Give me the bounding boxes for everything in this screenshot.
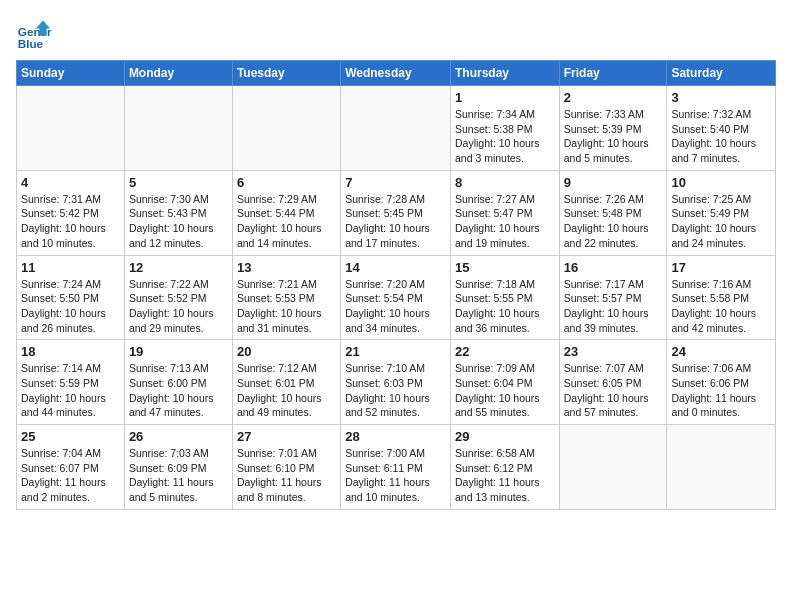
- calendar-cell: 22Sunrise: 7:09 AM Sunset: 6:04 PM Dayli…: [450, 340, 559, 425]
- calendar-cell: 13Sunrise: 7:21 AM Sunset: 5:53 PM Dayli…: [232, 255, 340, 340]
- day-info: Sunrise: 7:09 AM Sunset: 6:04 PM Dayligh…: [455, 361, 555, 420]
- calendar-cell: 25Sunrise: 7:04 AM Sunset: 6:07 PM Dayli…: [17, 425, 125, 510]
- day-info: Sunrise: 7:13 AM Sunset: 6:00 PM Dayligh…: [129, 361, 228, 420]
- day-number: 26: [129, 429, 228, 444]
- day-number: 13: [237, 260, 336, 275]
- weekday-header-thursday: Thursday: [450, 61, 559, 86]
- day-info: Sunrise: 7:21 AM Sunset: 5:53 PM Dayligh…: [237, 277, 336, 336]
- day-info: Sunrise: 7:04 AM Sunset: 6:07 PM Dayligh…: [21, 446, 120, 505]
- day-info: Sunrise: 7:26 AM Sunset: 5:48 PM Dayligh…: [564, 192, 663, 251]
- calendar-week-5: 25Sunrise: 7:04 AM Sunset: 6:07 PM Dayli…: [17, 425, 776, 510]
- calendar-cell: 7Sunrise: 7:28 AM Sunset: 5:45 PM Daylig…: [341, 170, 451, 255]
- day-number: 11: [21, 260, 120, 275]
- calendar-cell: [232, 86, 340, 171]
- calendar-week-3: 11Sunrise: 7:24 AM Sunset: 5:50 PM Dayli…: [17, 255, 776, 340]
- day-info: Sunrise: 7:03 AM Sunset: 6:09 PM Dayligh…: [129, 446, 228, 505]
- day-number: 22: [455, 344, 555, 359]
- day-number: 1: [455, 90, 555, 105]
- day-number: 21: [345, 344, 446, 359]
- day-info: Sunrise: 7:24 AM Sunset: 5:50 PM Dayligh…: [21, 277, 120, 336]
- calendar-cell: 15Sunrise: 7:18 AM Sunset: 5:55 PM Dayli…: [450, 255, 559, 340]
- calendar-cell: 14Sunrise: 7:20 AM Sunset: 5:54 PM Dayli…: [341, 255, 451, 340]
- day-number: 5: [129, 175, 228, 190]
- svg-text:Blue: Blue: [18, 37, 44, 50]
- day-info: Sunrise: 7:22 AM Sunset: 5:52 PM Dayligh…: [129, 277, 228, 336]
- day-number: 12: [129, 260, 228, 275]
- day-info: Sunrise: 7:33 AM Sunset: 5:39 PM Dayligh…: [564, 107, 663, 166]
- calendar-cell: 12Sunrise: 7:22 AM Sunset: 5:52 PM Dayli…: [124, 255, 232, 340]
- day-number: 18: [21, 344, 120, 359]
- day-number: 14: [345, 260, 446, 275]
- day-number: 15: [455, 260, 555, 275]
- day-info: Sunrise: 7:20 AM Sunset: 5:54 PM Dayligh…: [345, 277, 446, 336]
- calendar-cell: 9Sunrise: 7:26 AM Sunset: 5:48 PM Daylig…: [559, 170, 667, 255]
- day-info: Sunrise: 7:00 AM Sunset: 6:11 PM Dayligh…: [345, 446, 446, 505]
- day-info: Sunrise: 6:58 AM Sunset: 6:12 PM Dayligh…: [455, 446, 555, 505]
- calendar-cell: 2Sunrise: 7:33 AM Sunset: 5:39 PM Daylig…: [559, 86, 667, 171]
- calendar-cell: 16Sunrise: 7:17 AM Sunset: 5:57 PM Dayli…: [559, 255, 667, 340]
- calendar-cell: 19Sunrise: 7:13 AM Sunset: 6:00 PM Dayli…: [124, 340, 232, 425]
- day-info: Sunrise: 7:18 AM Sunset: 5:55 PM Dayligh…: [455, 277, 555, 336]
- weekday-header-row: SundayMondayTuesdayWednesdayThursdayFrid…: [17, 61, 776, 86]
- calendar-cell: 10Sunrise: 7:25 AM Sunset: 5:49 PM Dayli…: [667, 170, 776, 255]
- weekday-header-tuesday: Tuesday: [232, 61, 340, 86]
- calendar-cell: 26Sunrise: 7:03 AM Sunset: 6:09 PM Dayli…: [124, 425, 232, 510]
- calendar-cell: 5Sunrise: 7:30 AM Sunset: 5:43 PM Daylig…: [124, 170, 232, 255]
- day-info: Sunrise: 7:16 AM Sunset: 5:58 PM Dayligh…: [671, 277, 771, 336]
- calendar-cell: [341, 86, 451, 171]
- calendar-cell: 20Sunrise: 7:12 AM Sunset: 6:01 PM Dayli…: [232, 340, 340, 425]
- day-info: Sunrise: 7:07 AM Sunset: 6:05 PM Dayligh…: [564, 361, 663, 420]
- calendar-cell: [124, 86, 232, 171]
- day-number: 20: [237, 344, 336, 359]
- calendar-cell: 1Sunrise: 7:34 AM Sunset: 5:38 PM Daylig…: [450, 86, 559, 171]
- weekday-header-friday: Friday: [559, 61, 667, 86]
- day-info: Sunrise: 7:01 AM Sunset: 6:10 PM Dayligh…: [237, 446, 336, 505]
- day-number: 25: [21, 429, 120, 444]
- logo: General Blue: [16, 16, 56, 52]
- day-info: Sunrise: 7:28 AM Sunset: 5:45 PM Dayligh…: [345, 192, 446, 251]
- day-number: 4: [21, 175, 120, 190]
- day-number: 8: [455, 175, 555, 190]
- weekday-header-saturday: Saturday: [667, 61, 776, 86]
- calendar-table: SundayMondayTuesdayWednesdayThursdayFrid…: [16, 60, 776, 510]
- calendar-cell: 21Sunrise: 7:10 AM Sunset: 6:03 PM Dayli…: [341, 340, 451, 425]
- weekday-header-wednesday: Wednesday: [341, 61, 451, 86]
- calendar-cell: 6Sunrise: 7:29 AM Sunset: 5:44 PM Daylig…: [232, 170, 340, 255]
- calendar-cell: 11Sunrise: 7:24 AM Sunset: 5:50 PM Dayli…: [17, 255, 125, 340]
- day-number: 6: [237, 175, 336, 190]
- day-number: 10: [671, 175, 771, 190]
- day-number: 24: [671, 344, 771, 359]
- day-number: 23: [564, 344, 663, 359]
- day-info: Sunrise: 7:17 AM Sunset: 5:57 PM Dayligh…: [564, 277, 663, 336]
- day-number: 19: [129, 344, 228, 359]
- calendar-cell: [667, 425, 776, 510]
- calendar-cell: 29Sunrise: 6:58 AM Sunset: 6:12 PM Dayli…: [450, 425, 559, 510]
- day-info: Sunrise: 7:30 AM Sunset: 5:43 PM Dayligh…: [129, 192, 228, 251]
- day-number: 3: [671, 90, 771, 105]
- day-info: Sunrise: 7:32 AM Sunset: 5:40 PM Dayligh…: [671, 107, 771, 166]
- day-number: 29: [455, 429, 555, 444]
- calendar-cell: 28Sunrise: 7:00 AM Sunset: 6:11 PM Dayli…: [341, 425, 451, 510]
- calendar-cell: [559, 425, 667, 510]
- weekday-header-sunday: Sunday: [17, 61, 125, 86]
- day-number: 27: [237, 429, 336, 444]
- calendar-cell: 17Sunrise: 7:16 AM Sunset: 5:58 PM Dayli…: [667, 255, 776, 340]
- calendar-cell: 24Sunrise: 7:06 AM Sunset: 6:06 PM Dayli…: [667, 340, 776, 425]
- day-number: 28: [345, 429, 446, 444]
- day-info: Sunrise: 7:29 AM Sunset: 5:44 PM Dayligh…: [237, 192, 336, 251]
- day-info: Sunrise: 7:27 AM Sunset: 5:47 PM Dayligh…: [455, 192, 555, 251]
- day-info: Sunrise: 7:14 AM Sunset: 5:59 PM Dayligh…: [21, 361, 120, 420]
- day-info: Sunrise: 7:34 AM Sunset: 5:38 PM Dayligh…: [455, 107, 555, 166]
- calendar-cell: 23Sunrise: 7:07 AM Sunset: 6:05 PM Dayli…: [559, 340, 667, 425]
- logo-icon: General Blue: [16, 16, 52, 52]
- calendar-week-1: 1Sunrise: 7:34 AM Sunset: 5:38 PM Daylig…: [17, 86, 776, 171]
- day-info: Sunrise: 7:10 AM Sunset: 6:03 PM Dayligh…: [345, 361, 446, 420]
- day-number: 2: [564, 90, 663, 105]
- calendar-cell: [17, 86, 125, 171]
- day-info: Sunrise: 7:25 AM Sunset: 5:49 PM Dayligh…: [671, 192, 771, 251]
- day-number: 7: [345, 175, 446, 190]
- calendar-cell: 3Sunrise: 7:32 AM Sunset: 5:40 PM Daylig…: [667, 86, 776, 171]
- calendar-cell: 18Sunrise: 7:14 AM Sunset: 5:59 PM Dayli…: [17, 340, 125, 425]
- calendar-week-4: 18Sunrise: 7:14 AM Sunset: 5:59 PM Dayli…: [17, 340, 776, 425]
- calendar-cell: 4Sunrise: 7:31 AM Sunset: 5:42 PM Daylig…: [17, 170, 125, 255]
